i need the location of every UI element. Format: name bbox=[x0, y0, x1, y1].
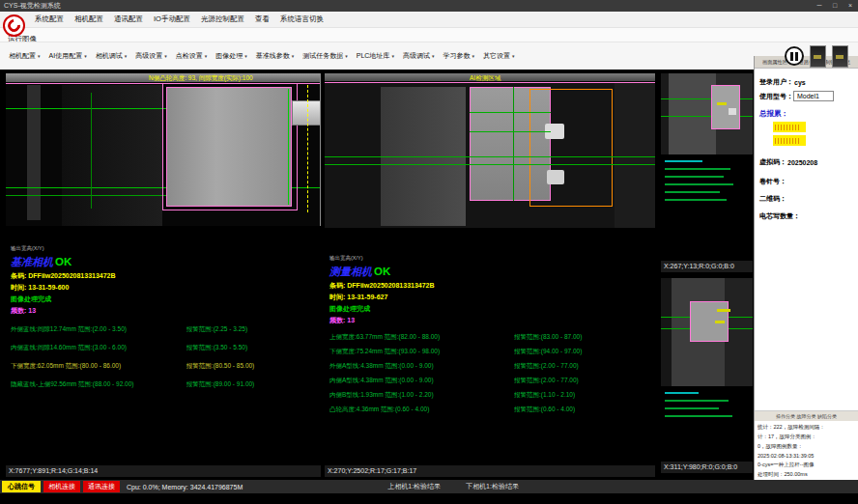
toolbar-baseline-params[interactable]: 基准线参数 bbox=[253, 49, 298, 63]
overlay-yellow-mark bbox=[717, 102, 727, 105]
connector-part bbox=[292, 100, 321, 126]
toolbar-advanced-debug[interactable]: 高级调试 bbox=[400, 49, 438, 63]
result-text-line bbox=[665, 400, 729, 402]
machine-block bbox=[615, 83, 655, 228]
heartbeat-button[interactable]: 心跳信号 bbox=[2, 481, 41, 492]
measurement-row: 内侧B型线:1.93mm 范围:(1.00 - 2.20)报警范围:(1.10 … bbox=[329, 391, 653, 400]
cpu-memory-readout: Cpu: 0.0%; Memory: 3424.41796875M bbox=[127, 484, 243, 490]
main-area: N侧凸轮高度: 93, 间隙宽度(实际):100 输出宽高(X/Y) 基准相机O… bbox=[0, 70, 858, 480]
titlebar: CYS-视觉检测系统 ─ □ × bbox=[0, 0, 858, 12]
process-done-text: 图像处理完成 bbox=[329, 304, 653, 314]
result-text-line bbox=[665, 191, 720, 193]
freq-text: 频数: 13 bbox=[329, 316, 653, 325]
measurement-row: 内侧蓝线:间隙14.60mm 范围:(3.00 - 6.00)报警范围:(3.5… bbox=[11, 344, 319, 352]
overlay-green-line bbox=[470, 131, 551, 132]
menu-item-language[interactable]: 系统语言切换 bbox=[280, 14, 324, 24]
barcode-text: 条码: DFFiiw2025020813313472B bbox=[11, 271, 319, 281]
stats-line: 统计：222，故障检测间隔： bbox=[758, 424, 855, 431]
minimize-icon[interactable]: ─ bbox=[812, 0, 827, 12]
menu-item-camera-config[interactable]: 相机配置 bbox=[74, 14, 103, 24]
toolbar-plc-address[interactable]: PLC地址库 bbox=[354, 49, 397, 63]
alarm-range-text: 报警范围:(2.00 - 77.00) bbox=[514, 377, 653, 385]
toolbar: 相机配置 AI使用配置 相机调试 高级设置 点检设置 图像处理 基准线参数 测试… bbox=[0, 42, 858, 70]
stats-line: 2025:02:08-13:31:39:05 bbox=[758, 453, 855, 459]
shiny-metal-spot bbox=[729, 108, 736, 115]
stats-line: 0-cys=一种上拉杆--图像 bbox=[758, 462, 855, 468]
measurement-row: 内侧A型线:4.38mm 范围:(0.00 - 9.00)报警范围:(2.00 … bbox=[329, 377, 653, 385]
menu-item-comm-config[interactable]: 通讯配置 bbox=[114, 14, 143, 24]
close-icon[interactable]: × bbox=[843, 0, 858, 12]
menu-item-system-config[interactable]: 系统配置 bbox=[35, 14, 64, 24]
result-text-line bbox=[665, 183, 733, 185]
measurement-row: 隐藏蓝线-上侧92.56mm 范围:(88.00 - 92.00)报警范围:(8… bbox=[11, 380, 319, 389]
toolbar-test-task-data[interactable]: 测试任务数据 bbox=[300, 49, 351, 63]
alarm-range-text: 报警范围:(80.50 - 85.00) bbox=[186, 362, 319, 371]
barcode-text: 条码: DFFiiw2025020813313472B bbox=[329, 281, 653, 291]
measurement-text: 上侧宽度:63.77mm 范围:(82.00 - 88.00) bbox=[329, 333, 514, 342]
toolbar-spot-check[interactable]: 点检设置 bbox=[173, 49, 211, 63]
overlay-yellow-mark bbox=[717, 309, 730, 312]
status-ok-label: OK bbox=[374, 266, 390, 277]
result-text-line bbox=[665, 415, 732, 417]
result-text-line bbox=[665, 176, 724, 178]
status-bar: 心跳信号 相机连接 通讯连接 Cpu: 0.0%; Memory: 3424.4… bbox=[0, 480, 858, 493]
overlay-measure-label: N侧凸轮高度: 93, 间隙宽度(实际):100 bbox=[149, 74, 253, 83]
overlay-green-line bbox=[470, 112, 551, 113]
result-text-line bbox=[665, 168, 730, 170]
menu-item-io-manual[interactable]: IO手动配置 bbox=[154, 14, 190, 24]
comm-link-indicator: 通讯连接 bbox=[83, 481, 120, 492]
measurement-text: 内侧B型线:1.93mm 范围:(1.00 - 2.20) bbox=[329, 391, 514, 400]
sidebar-stats: 操作分类 故障分类 缺陷分类 统计：222，故障检测间隔： 计：17，故障分类图… bbox=[755, 410, 858, 480]
overlay-green-line bbox=[325, 156, 655, 157]
overlay-green-line bbox=[6, 195, 170, 196]
camera-name-label: 基准相机 bbox=[11, 256, 53, 267]
alarm-flag-box-1[interactable] bbox=[773, 122, 806, 132]
left-result-block: 输出宽高(X/Y) 基准相机OK 条码: DFFiiw2025020813313… bbox=[11, 245, 319, 389]
toolbar-other-settings[interactable]: 其它设置 bbox=[480, 49, 518, 63]
qr-code-label: 二维码： bbox=[759, 194, 786, 204]
menu-item-light-control[interactable]: 光源控制配置 bbox=[201, 14, 244, 24]
alarm-flag-box-2[interactable] bbox=[773, 135, 806, 146]
measurement-text: 内侧A型线:4.38mm 范围:(0.00 - 9.00) bbox=[329, 377, 514, 385]
needle-number-label: 卷针号： bbox=[759, 177, 786, 186]
overlay-green-vline bbox=[91, 93, 92, 209]
freq-text: 频数: 13 bbox=[11, 306, 319, 316]
pause-button[interactable] bbox=[785, 46, 804, 66]
camera-view-thumb-bottom[interactable] bbox=[661, 278, 753, 386]
camera-view-thumb-top[interactable] bbox=[661, 73, 753, 154]
app-window: CYS-视觉检测系统 ─ □ × 系统配置 相机配置 通讯配置 IO手动配置 光… bbox=[0, 0, 858, 504]
right-sidebar: 画面属性区 相机链路信息 绘制链路信息 登录用户： cys 使用型号： Mode… bbox=[754, 56, 858, 480]
camera-thumb-button-1[interactable] bbox=[810, 45, 826, 68]
overlay-ai-region-label: AI检测区域 bbox=[470, 74, 500, 83]
toolbar-ai-config[interactable]: AI使用配置 bbox=[46, 49, 90, 63]
measurement-text: 凸轮高度:4.36mm 范围:(0.60 - 4.00) bbox=[329, 406, 514, 414]
pixel-coords-readout: X:311;Y:980;R:0;G:0;B:0 bbox=[661, 462, 753, 473]
toolbar-camera-debug[interactable]: 相机调试 bbox=[93, 49, 130, 63]
machine-shadow bbox=[62, 85, 162, 226]
right-result-block: 输出宽高(X/Y) 测量相机OK 条码: DFFiiw2025020813313… bbox=[329, 255, 653, 414]
window-title: CYS-视觉检测系统 bbox=[4, 2, 61, 9]
alarm-range-text: 报警范围:(0.60 - 4.00) bbox=[514, 406, 653, 414]
result-note: 输出宽高(X/Y) bbox=[329, 255, 653, 262]
thumb-panel-bottom: X:311;Y:980;R:0;G:0;B:0 bbox=[661, 278, 753, 473]
product-region bbox=[711, 85, 740, 129]
model-select[interactable]: Model1 bbox=[793, 91, 834, 101]
measurement-row: 外侧A型线:4.38mm 范围:(0.00 - 9.00)报警范围:(2.00 … bbox=[329, 362, 653, 371]
measurement-row: 外侧蓝线:间隙12.74mm 范围:(2.00 - 3.50)报警范围:(2.2… bbox=[11, 325, 319, 334]
process-done-text: 图像处理完成 bbox=[11, 294, 319, 304]
camera-view-left[interactable]: N侧凸轮高度: 93, 间隙宽度(实际):100 bbox=[6, 73, 321, 226]
camera-thumb-button-2[interactable] bbox=[832, 45, 848, 68]
toolbar-image-process[interactable]: 图像处理 bbox=[213, 49, 250, 63]
virtual-code-label: 虚拟码： bbox=[759, 157, 786, 167]
maximize-icon[interactable]: □ bbox=[827, 0, 843, 12]
overlay-orange-rect bbox=[529, 89, 613, 207]
toolbar-advanced-settings[interactable]: 高级设置 bbox=[132, 49, 170, 63]
menu-item-view[interactable]: 查看 bbox=[255, 14, 270, 24]
lower-camera-hint: 下相机1:检验结果 bbox=[466, 482, 519, 491]
toolbar-learn-params[interactable]: 学习参数 bbox=[440, 49, 477, 63]
camera-view-right[interactable]: AI检测区域 bbox=[325, 73, 655, 228]
toolbar-camera-config[interactable]: 相机配置 bbox=[6, 49, 43, 63]
alarm-range-text: 报警范围:(89.00 - 91.00) bbox=[186, 380, 319, 389]
upper-camera-hint: 上相机1:检验结果 bbox=[387, 482, 441, 491]
alarm-range-text: 报警范围:(1.10 - 2.10) bbox=[514, 391, 653, 400]
